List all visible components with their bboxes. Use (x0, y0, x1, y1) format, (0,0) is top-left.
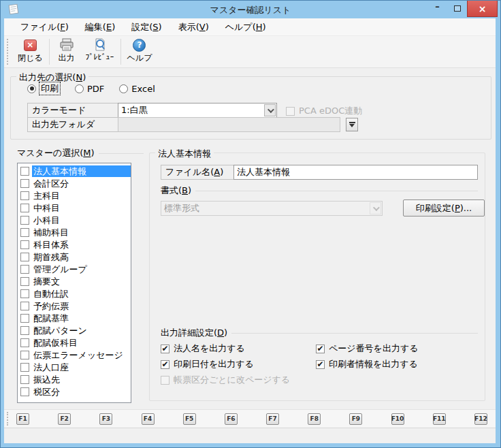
menu-bar: ファイル(F) 編集(E) 設定(S) 表示(V) ヘルプ(H) (4, 18, 496, 36)
checkbox-icon (286, 107, 295, 116)
checkbox-icon[interactable] (20, 387, 29, 396)
master-selection-label: マスターの選択(M) (17, 147, 144, 159)
menu-item-view[interactable]: 表示(V) (172, 19, 216, 35)
checkbox-icon[interactable] (20, 289, 29, 298)
fkey-f12[interactable]: F12 (474, 413, 487, 425)
fkey-f11[interactable]: F11 (433, 413, 446, 425)
list-item[interactable]: 予約伝票 (18, 300, 131, 312)
checkbox-icon[interactable] (20, 265, 29, 274)
format-select[interactable]: 標準形式 (161, 201, 383, 216)
fkey-f4[interactable]: F4 (142, 413, 155, 425)
toolbar-drag-handle[interactable] (7, 39, 12, 65)
checkbox-output-printer-info[interactable]: ✔ 印刷者情報を出力する (316, 358, 418, 370)
fkey-f7[interactable]: F7 (266, 413, 279, 425)
checkbox-icon[interactable] (20, 204, 29, 212)
color-mode-select[interactable]: 1:白黒 (118, 103, 277, 118)
toolbar-output-button[interactable]: 出力 (52, 36, 82, 67)
checkbox-output-corp-name[interactable]: ✔ 法人名を出力する (161, 342, 245, 355)
list-item[interactable]: 摘要文 (18, 275, 131, 287)
list-item[interactable]: 管理グループ (18, 263, 131, 275)
list-item[interactable]: 配賦パターン (18, 324, 131, 336)
checkbox-output-print-date[interactable]: ✔ 印刷日付を出力する (161, 358, 254, 370)
checkbox-checked-icon: ✔ (161, 360, 169, 369)
menu-item-settings[interactable]: 設定(S) (125, 19, 168, 35)
toolbar-preview-button[interactable]: ﾌﾟﾚﾋﾞｭｰ (82, 36, 118, 67)
menu-item-help[interactable]: ヘルプ(H) (219, 19, 273, 35)
checkbox-icon[interactable] (20, 228, 29, 237)
minimize-button[interactable]: – (427, 1, 447, 16)
checkbox-icon[interactable] (20, 351, 29, 359)
fkey-f8[interactable]: F8 (308, 413, 321, 425)
list-item[interactable]: 会計区分 (18, 177, 131, 189)
list-item[interactable]: 配賦基準 (18, 312, 131, 324)
checkbox-icon[interactable] (20, 314, 29, 323)
checkbox-output-page-number[interactable]: ✔ ページ番号を出力する (316, 342, 419, 355)
master-list[interactable]: 法人基本情報 会計区分 主科目 中科目 小科目 補助科目 科目体系 期首残高 管… (17, 163, 131, 403)
list-item[interactable]: 補助科目 (18, 226, 131, 238)
list-item[interactable]: 期首残高 (18, 251, 131, 263)
detail-panel-title: 法人基本情報 (155, 148, 214, 160)
close-button[interactable]: × (467, 1, 498, 17)
format-label: 書式(B) (161, 185, 478, 197)
fkey-drag-handle[interactable] (7, 412, 12, 426)
function-key-bar: F1 F2 F3 F4 F5 F6 F7 F8 F9 F10 F11 F12 (4, 409, 496, 428)
list-item[interactable]: 小科目 (18, 214, 131, 226)
checkbox-icon[interactable] (20, 216, 29, 225)
list-item[interactable]: 法人基本情報 (18, 165, 131, 177)
checkbox-icon[interactable] (20, 302, 29, 310)
checkbox-icon[interactable] (20, 375, 29, 384)
menu-item-edit[interactable]: 編集(E) (78, 19, 122, 35)
radio-pdf[interactable]: PDF (75, 82, 104, 95)
color-mode-label: カラーモード (27, 103, 118, 118)
checkbox-icon[interactable] (20, 240, 29, 249)
folder-dropdown-button[interactable] (346, 118, 358, 131)
fkey-f5[interactable]: F5 (183, 413, 196, 425)
checkbox-icon[interactable] (20, 277, 29, 286)
radio-excel[interactable]: Excel (119, 82, 155, 95)
drop-down-icon (349, 122, 355, 127)
fkey-f2[interactable]: F2 (58, 413, 71, 425)
fkey-f1[interactable]: F1 (16, 413, 29, 425)
fkey-f6[interactable]: F6 (225, 413, 238, 425)
close-x-icon: × (24, 39, 37, 51)
help-icon: ? (133, 39, 146, 52)
checkbox-icon[interactable] (20, 179, 29, 188)
list-item[interactable]: 法人口座 (18, 361, 131, 373)
list-item[interactable]: 伝票エラーメッセージ (18, 349, 131, 361)
checkbox-icon[interactable] (20, 253, 29, 261)
detail-panel-group: 法人基本情報 ファイル名(A) 法人基本情報 書式(B) 標準形式 印刷設定(P… (149, 153, 485, 401)
title-bar[interactable]: マスター確認リスト – × (1, 1, 500, 18)
output-folder-input[interactable] (118, 117, 340, 132)
chevron-down-icon[interactable] (264, 104, 276, 116)
checkbox-icon[interactable] (20, 167, 29, 176)
fkey-f3[interactable]: F3 (99, 413, 112, 425)
list-item[interactable]: 主科目 (18, 189, 131, 202)
list-item[interactable]: 配賦仮科目 (18, 336, 131, 349)
checkbox-page-break-per-type[interactable]: 帳票区分ごとに改ページする (161, 374, 290, 386)
fkey-f9[interactable]: F9 (349, 413, 362, 425)
list-item[interactable]: 科目体系 (18, 238, 131, 251)
chevron-down-icon (370, 202, 381, 214)
list-item[interactable]: 税区分 (18, 385, 131, 398)
checkbox-icon[interactable] (20, 338, 29, 347)
list-item[interactable]: 中科目 (18, 202, 131, 214)
checkbox-icon[interactable] (20, 326, 29, 335)
list-item[interactable]: 自動仕訳 (18, 287, 131, 300)
toolbar-close-button[interactable]: × 閉じる (14, 36, 47, 67)
pca-edoc-checkbox[interactable]: PCA eDOC連動 (286, 105, 362, 117)
maximize-button[interactable] (447, 1, 467, 16)
window-title: マスター確認リスト (1, 4, 500, 16)
checkbox-icon[interactable] (20, 191, 29, 200)
fkey-f10[interactable]: F10 (391, 413, 404, 425)
radio-print[interactable]: 印刷 (27, 82, 60, 95)
menu-item-file[interactable]: ファイル(F) (14, 19, 76, 35)
radio-icon (75, 84, 84, 93)
radio-icon (119, 84, 128, 93)
list-item[interactable]: 振込先 (18, 373, 131, 385)
file-name-input[interactable]: 法人基本情報 (233, 165, 478, 180)
toolbar-separator (49, 39, 50, 65)
print-settings-button[interactable]: 印刷設定(P)... (403, 199, 485, 217)
checkbox-icon[interactable] (20, 363, 29, 372)
toolbar-help-button[interactable]: ? ヘルプ (123, 36, 157, 67)
checkbox-checked-icon: ✔ (316, 360, 325, 369)
